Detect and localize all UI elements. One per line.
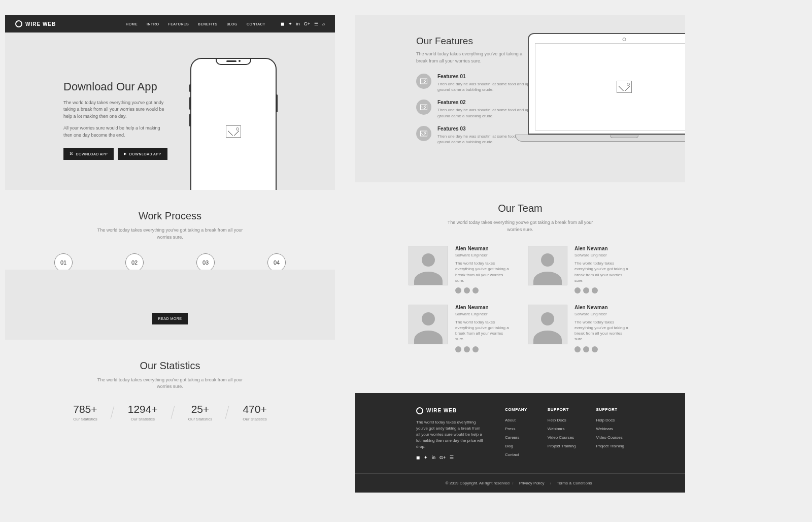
apple-icon: ⌘ (70, 152, 74, 156)
avatar (528, 246, 567, 285)
footer-logo[interactable]: WIRE WEB (416, 407, 485, 414)
nav-features[interactable]: FEATURES (168, 22, 189, 26)
nav-intro[interactable]: INTRO (147, 22, 159, 26)
footer-col-support-2: SUPPORT Help Docs Webinars Video Courses… (596, 407, 624, 461)
facebook-icon[interactable]: ◼ (416, 455, 420, 460)
team-member: Alen Newman Sofware Engineer The world t… (409, 305, 513, 352)
nav-benefits[interactable]: BENEFITS (198, 22, 217, 26)
android-icon: ▶ (124, 152, 127, 156)
nav-home[interactable]: HOME (126, 22, 138, 26)
main-nav: HOME INTRO FEATURES BENEFITS BLOG CONTAC… (126, 22, 265, 26)
social-dot-icon[interactable] (464, 287, 470, 293)
footer-link[interactable]: Project Training (596, 444, 624, 448)
footer-link[interactable]: Video Courses (548, 435, 576, 440)
hero-text-2: All your worries sure would be help a lo… (63, 125, 170, 139)
hero-section: Download Our App The world today takes e… (5, 32, 335, 190)
logo-icon (416, 407, 423, 414)
stat-item: 1294+ Our Statistics (113, 403, 173, 421)
team-section: Our Team The world today takes everythin… (355, 182, 685, 373)
process-subtitle: The world today takes everything you've … (96, 227, 244, 241)
site-footer: WIRE WEB The world today takes everythin… (355, 393, 685, 493)
image-placeholder-icon (226, 125, 241, 138)
footer-link[interactable]: Help Docs (596, 418, 624, 422)
process-band: READ MORE (5, 270, 335, 340)
team-member: Alen Newman Sofware Engineer The world t… (409, 246, 513, 293)
footer-link[interactable]: Help Docs (548, 418, 576, 422)
footer-about-text: The world today takes everything you've … (416, 419, 485, 450)
rss-icon[interactable]: ☰ (314, 21, 318, 26)
footer-col-company: COMPANY About Press Careers Blog Contact (505, 407, 527, 461)
process-title: Work Process (15, 210, 325, 222)
logo[interactable]: WIRE WEB (15, 20, 56, 27)
feature-icon (416, 126, 431, 141)
header-social: ◼ ✦ in G+ ☰ ⌕ (281, 21, 325, 26)
stats-subtitle: The world today takes everything you've … (96, 377, 244, 390)
social-dot-icon[interactable] (574, 346, 581, 352)
site-header: WIRE WEB HOME INTRO FEATURES BENEFITS BL… (5, 15, 335, 32)
footer-link[interactable]: Press (505, 427, 527, 431)
right-page: Our Features The world today takes every… (355, 15, 685, 493)
footer-social: ◼ ✦ in G+ ☰ (416, 455, 485, 460)
twitter-icon[interactable]: ✦ (288, 21, 292, 26)
nav-contact[interactable]: CONTACT (247, 22, 265, 26)
features-subtitle: The world today takes everything you've … (416, 51, 533, 64)
avatar (409, 305, 448, 344)
nav-blog[interactable]: BLOG (226, 22, 237, 26)
stat-item: 25+ Our Statistics (173, 403, 228, 421)
stats-title: Our Statistics (15, 360, 325, 372)
footer-link[interactable]: Contact (505, 452, 527, 457)
footer-link[interactable]: About (505, 418, 527, 422)
social-dot-icon[interactable] (472, 287, 479, 293)
footer-link[interactable]: Blog (505, 444, 527, 448)
social-dot-icon[interactable] (455, 346, 461, 352)
social-dot-icon[interactable] (583, 346, 589, 352)
team-member: Alen Newman Sofware Engineer The world t… (528, 305, 632, 352)
linkedin-icon[interactable]: in (432, 455, 435, 460)
social-dot-icon[interactable] (574, 287, 581, 293)
facebook-icon[interactable]: ◼ (281, 21, 284, 26)
team-member: Alen Newman Sofware Engineer The world t… (528, 246, 632, 293)
statistics-section: Our Statistics The world today takes eve… (5, 340, 335, 442)
download-android-button[interactable]: ▶ DOWNLOAD APP (118, 148, 167, 160)
privacy-link[interactable]: Privacy Policy (519, 481, 545, 485)
image-placeholder-icon (617, 81, 632, 93)
laptop-mockup (528, 33, 685, 142)
social-dot-icon[interactable] (592, 346, 598, 352)
features-section: Our Features The world today takes every… (355, 15, 685, 182)
terms-link[interactable]: Terms & Conditions (557, 481, 592, 485)
hero-text-1: The world today takes everything you've … (63, 100, 170, 120)
read-more-button[interactable]: READ MORE (152, 313, 188, 324)
footer-bottom: © 2019 Copyright. All right reserved / P… (355, 473, 685, 493)
team-subtitle: The world today takes everything you've … (447, 219, 594, 233)
left-page: WIRE WEB HOME INTRO FEATURES BENEFITS BL… (5, 15, 335, 493)
social-dot-icon[interactable] (592, 287, 598, 293)
avatar (409, 246, 448, 285)
twitter-icon[interactable]: ✦ (424, 455, 428, 460)
rss-icon[interactable]: ☰ (450, 455, 454, 460)
footer-link[interactable]: Video Courses (596, 435, 624, 440)
search-icon[interactable]: ⌕ (322, 21, 325, 26)
footer-col-support: SUPPORT Help Docs Webinars Video Courses… (548, 407, 576, 461)
stat-item: 470+ Our Statistics (227, 403, 282, 421)
gplus-icon[interactable]: G+ (439, 455, 446, 460)
linkedin-icon[interactable]: in (296, 21, 300, 26)
gplus-icon[interactable]: G+ (304, 21, 310, 26)
brand-name: WIRE WEB (25, 21, 56, 27)
logo-icon (15, 20, 22, 27)
feature-icon (416, 74, 431, 89)
hero-title: Download Our App (63, 80, 170, 93)
footer-link[interactable]: Project Training (548, 444, 576, 448)
footer-link[interactable]: Webinars (596, 427, 624, 431)
download-apple-button[interactable]: ⌘ DOWNLOAD APP (63, 148, 114, 160)
footer-link[interactable]: Careers (505, 435, 527, 440)
team-title: Our Team (365, 203, 675, 214)
social-dot-icon[interactable] (583, 287, 589, 293)
social-dot-icon[interactable] (472, 346, 479, 352)
footer-link[interactable]: Webinars (548, 427, 576, 431)
feature-icon (416, 100, 431, 115)
social-dot-icon[interactable] (455, 287, 461, 293)
social-dot-icon[interactable] (464, 346, 470, 352)
stat-item: 785+ Our Statistics (58, 403, 113, 421)
phone-notch (216, 58, 251, 65)
phone-mockup (190, 58, 277, 190)
